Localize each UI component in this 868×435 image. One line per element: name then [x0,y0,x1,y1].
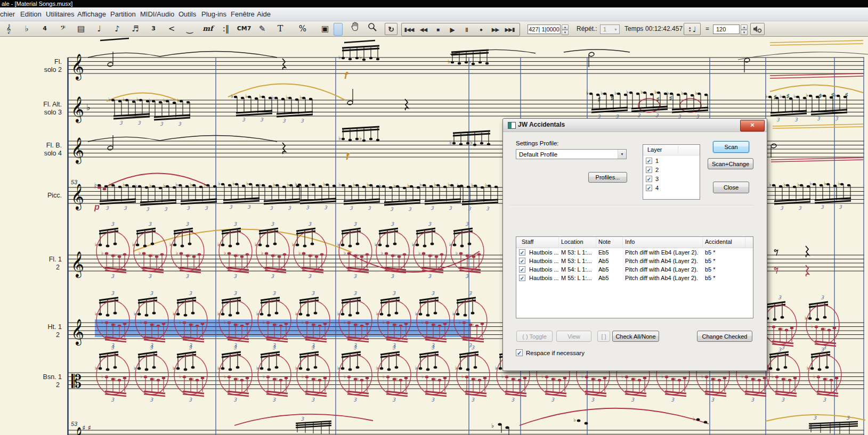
smart-shape-tool-icon[interactable]: < [163,21,180,36]
resize-tool-icon[interactable]: % [294,21,311,36]
scan-button[interactable]: Scan [713,141,749,153]
row-checkbox[interactable]: ✓ [519,249,525,256]
dropdown-arrow-icon: ▼ [614,28,618,31]
check-all-none-button[interactable]: Check All/None [612,331,659,342]
speedy-entry-tool-icon[interactable]: ♪ [109,21,126,36]
tempo-input[interactable]: 120 [713,24,740,34]
separator [510,205,753,206]
row-checkbox[interactable]: ✓ [519,266,525,273]
menu-utilitaires[interactable]: Utilitaires [46,7,74,21]
settings-profile-select[interactable]: Default Profile ▼ [516,149,627,159]
svg-text:♯ ♯: ♯ ♯ [82,424,91,432]
close-icon[interactable]: × [740,120,765,132]
layer-1-checkbox[interactable]: ✓ [646,158,652,164]
change-checked-button[interactable]: Change Checked [697,331,752,342]
skip-to-start-button[interactable]: ▮◀◀ [402,27,416,32]
column-staff[interactable]: Staff [516,237,559,248]
tempo-spinner[interactable]: ▲▼ [741,24,748,34]
chord-tool-icon[interactable]: CM7 [236,21,253,36]
measure-tool-icon[interactable]: ▤ [72,21,90,36]
layer-row[interactable]: ✓1 [643,155,700,165]
repeat-select[interactable]: 1▼ [600,24,620,34]
hyperscribe-tool-icon[interactable]: ♬ [127,21,144,36]
respace-option[interactable]: ✓ Respace if necessary [516,349,585,356]
layer-row[interactable]: ✓3 [643,174,700,183]
table-row[interactable]: ✓ Hautbois ...M 54: L 1:... Ab5Pitch dif… [516,265,753,274]
hand-grabber-icon[interactable] [347,21,362,36]
selection-tool-active[interactable] [334,23,343,36]
table-row[interactable]: ✓ Hautbois ...M 53: L 1:... Eb5Pitch dif… [516,248,753,257]
menu-fenetre[interactable]: Fenêtre [231,7,255,21]
pause-button[interactable]: ‖ [459,27,474,33]
respace-label: Respace if necessary [526,350,585,356]
row-checkbox[interactable]: ✓ [519,275,525,281]
profiles-button[interactable]: Profiles... [588,172,627,183]
row-checkbox[interactable]: ✓ [519,258,525,264]
table-row[interactable]: ✓ Hautbois ...M 53: L 1:... Ab5Pitch dif… [516,257,753,265]
toggle-button[interactable]: ( ) Toggle [516,331,553,342]
spinner-up-icon[interactable]: ▲ [562,24,569,30]
position-spinner[interactable]: ▲▼ [562,24,569,34]
menu-midi-audio[interactable]: MIDI/Audio [140,7,174,21]
column-note[interactable]: Note [596,237,623,248]
layer-2-checkbox[interactable]: ✓ [646,167,652,173]
tie-tool-icon[interactable]: ‿ [181,21,198,36]
svg-text:♭: ♭ [94,184,96,190]
playback-position-counter[interactable]: 427| 1|0000 [528,24,561,34]
skip-to-end-button[interactable]: ▶▶▮ [502,27,517,32]
table-header: Staff Location Note Info Accidental [516,237,753,248]
text-tool-icon[interactable]: T [272,21,289,36]
spinner-down-icon[interactable]: ▼ [562,30,569,35]
layer-label: 1 [655,158,659,164]
expression-tool-icon[interactable]: mf [199,21,216,36]
menu-affichage[interactable]: Affichage [77,7,106,21]
mass-edit-tool-icon[interactable]: ▣ [317,21,334,36]
menu-aide[interactable]: Aide [257,7,271,21]
table-row[interactable]: ✓ Hautbois ...M 55: L 1:... Ab5Pitch dif… [516,274,753,282]
close-button[interactable]: Close [713,182,749,193]
menu-partition[interactable]: Partition [110,7,136,21]
repeat-label: Répét.: [577,21,597,37]
column-info[interactable]: Info [623,237,703,248]
spinner-up-icon[interactable]: ▲ [741,24,748,30]
layer-row[interactable]: ✓2 [643,165,700,174]
dialog-titlebar[interactable]: JW Accidentals × [503,119,767,132]
menu-edition[interactable]: Edition [20,7,42,21]
playback-loop-icon[interactable]: ↻ [385,23,398,35]
svg-text:♯: ♯ [774,94,777,100]
lyrics-tool-icon[interactable]: ✎ [254,21,271,36]
layer-4-checkbox[interactable]: ✓ [646,185,652,191]
rewind-button[interactable]: ◀◀ [416,27,431,32]
menu-outils[interactable]: Outils [179,7,196,21]
zoom-magnifier-icon[interactable] [364,21,379,36]
repeat-tool-icon[interactable]: :‖ [217,21,234,36]
stop-button[interactable]: ■ [431,27,445,32]
clef-tool-icon[interactable]: 𝄢 [54,21,71,36]
bracket-button[interactable]: [ ] [597,331,610,342]
simple-entry-tool-icon[interactable]: ♩ [91,21,108,36]
bottom-staff-notes: ♭ 3 ♭ ♭ 3 3 [296,415,858,435]
spinner-down-icon[interactable]: ▼ [741,30,748,35]
layer-row[interactable]: ✓4 [643,183,700,192]
staff-tool-icon[interactable]: 𝄞 [0,21,17,36]
tempo-note-button[interactable]: ▲▼ ♩ [684,23,701,35]
layer-3-checkbox[interactable]: ✓ [646,176,652,182]
scan-change-button[interactable]: Scan+Change [708,158,753,169]
svg-text:solo 3: solo 3 [44,109,62,116]
play-button[interactable]: ▶ [445,26,459,34]
record-button[interactable]: ● [474,27,488,32]
clefs: 𝄞 𝄞 𝄞 𝄞 𝄞 𝄞 𝄡 𝄞 ♭ ♯ ♯ [71,53,91,435]
column-accidental[interactable]: Accidental [703,237,745,248]
audio-settings-button[interactable] [750,23,765,35]
fast-forward-button[interactable]: ▶▶ [488,27,502,32]
respace-checkbox[interactable]: ✓ [516,349,523,356]
time-signature-tool-icon[interactable]: 4 [36,21,53,36]
tuplet-tool-icon[interactable]: 3 [145,21,162,36]
view-button[interactable]: View [556,331,591,342]
menu-plug-ins[interactable]: Plug-ins [201,7,226,21]
menu-fichier[interactable]: chier [0,7,15,21]
column-location[interactable]: Location [559,237,596,248]
key-signature-tool-icon[interactable]: ♭ [18,21,35,36]
toolbar: 𝄞 ♭ 4 𝄢 ▤ ♩ ♪ ♬ 3 < ‿ mf :‖ CM7 ✎ T % ▣ … [0,21,868,37]
layer-header-label: Layer [647,146,662,153]
